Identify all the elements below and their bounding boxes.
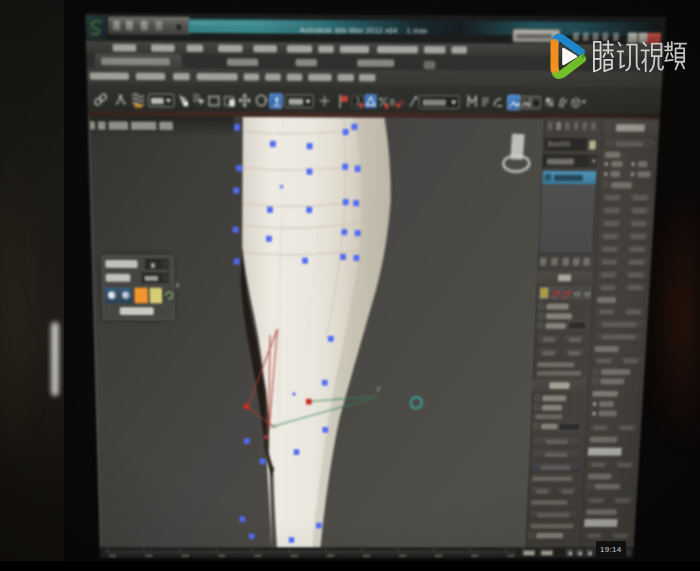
svg-text:y: y — [377, 384, 381, 392]
